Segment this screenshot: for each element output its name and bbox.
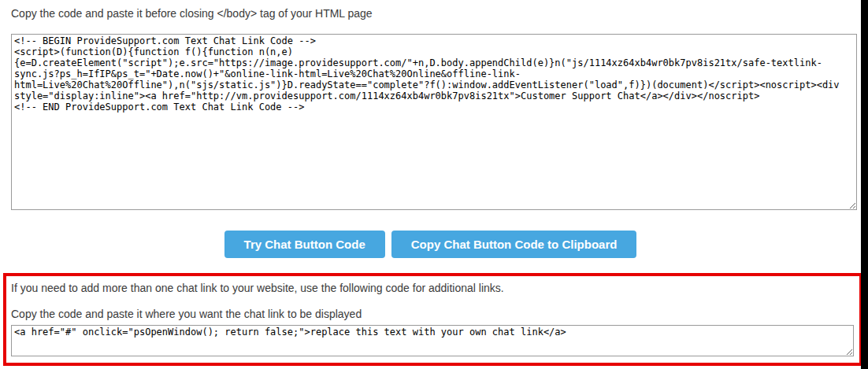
right-edge-strip xyxy=(861,0,868,369)
additional-links-instruction: If you need to add more than one chat li… xyxy=(11,282,859,294)
chat-link-code-textarea[interactable]: <!-- BEGIN ProvideSupport.com Text Chat … xyxy=(11,34,857,210)
paste-location-instruction: Copy the code and paste it where you wan… xyxy=(11,308,859,320)
button-row: Try Chat Button Code Copy Chat Button Co… xyxy=(0,231,861,258)
additional-link-code-textarea[interactable]: <a href="#" onclick="psOpenWindow(); ret… xyxy=(11,325,854,356)
top-instruction: Copy the code and paste it before closin… xyxy=(11,7,373,20)
additional-links-section: If you need to add more than one chat li… xyxy=(3,273,862,366)
chat-link-code-page: Copy the code and paste it before closin… xyxy=(0,0,868,369)
try-chat-button-code-button[interactable]: Try Chat Button Code xyxy=(224,231,385,258)
copy-chat-button-code-to-clipboard-button[interactable]: Copy Chat Button Code to Clipboard xyxy=(391,231,637,258)
